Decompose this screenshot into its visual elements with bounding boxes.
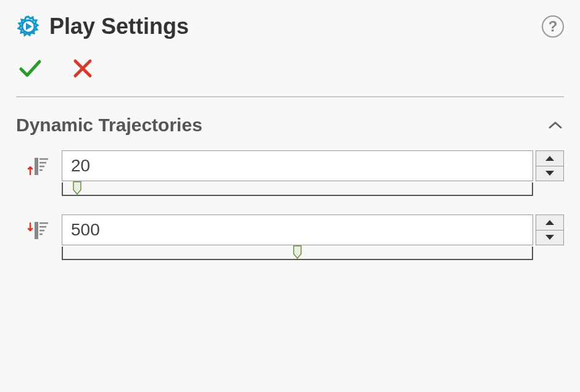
field-control	[62, 214, 564, 260]
field-control	[62, 150, 564, 196]
svg-rect-6	[35, 222, 38, 239]
max-trajectory-icon	[26, 218, 51, 243]
spin-up-button[interactable]	[536, 214, 564, 231]
spin-buttons	[536, 150, 564, 181]
title-group: Play Settings	[16, 14, 189, 39]
slider-thumb[interactable]	[293, 245, 302, 259]
spin-down-button[interactable]	[536, 231, 564, 246]
divider	[16, 96, 564, 97]
min-trajectory-icon	[26, 154, 51, 179]
spin-up-button[interactable]	[536, 150, 564, 166]
play-settings-panel: Play Settings ? Dynamic Trajectories	[0, 0, 580, 292]
field-row	[16, 150, 564, 196]
field-row	[16, 214, 564, 260]
spinner	[62, 214, 564, 245]
section-title: Dynamic Trajectories	[16, 115, 202, 136]
spin-buttons	[536, 214, 564, 245]
apply-button[interactable]	[19, 58, 42, 79]
section-header[interactable]: Dynamic Trajectories	[16, 115, 564, 136]
page-title: Play Settings	[49, 14, 189, 39]
help-icon[interactable]: ?	[542, 15, 564, 38]
slider-thumb[interactable]	[73, 181, 81, 195]
max-trajectory-input[interactable]	[62, 214, 533, 245]
cancel-button[interactable]	[73, 59, 93, 78]
chevron-up-icon	[547, 116, 564, 134]
action-buttons	[16, 58, 564, 79]
play-gear-icon	[16, 14, 41, 39]
spin-down-button[interactable]	[536, 166, 564, 182]
spinner	[62, 150, 564, 181]
svg-rect-1	[35, 158, 38, 175]
panel-header: Play Settings ?	[16, 14, 564, 39]
slider-track[interactable]	[62, 247, 533, 260]
slider-track[interactable]	[62, 182, 533, 196]
min-trajectory-input[interactable]	[62, 150, 533, 181]
